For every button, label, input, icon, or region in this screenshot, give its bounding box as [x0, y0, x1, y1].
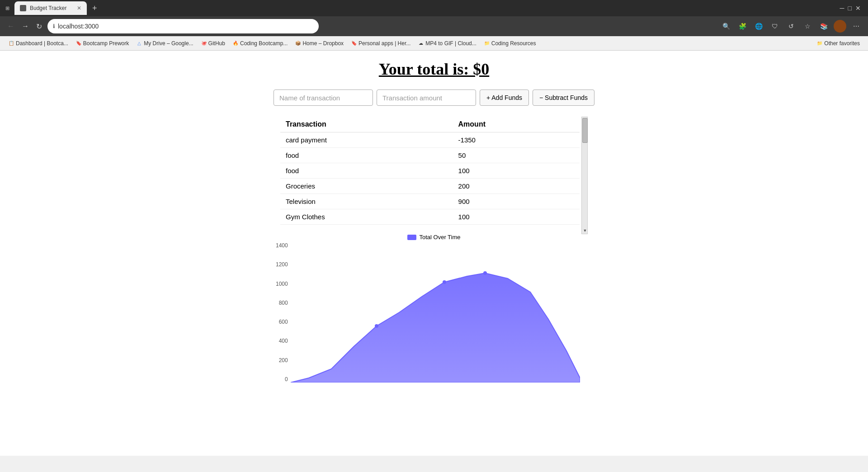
row-amount: -1350 — [453, 132, 580, 148]
back-button[interactable]: ← — [5, 20, 16, 32]
row-name: Television — [280, 194, 453, 209]
page-content: Your total is: $0 + Add Funds − Subtract… — [0, 51, 868, 456]
bookmark-other-icon: 📁 — [816, 40, 823, 47]
new-tab-button[interactable]: + — [89, 4, 101, 13]
row-name: Groceries — [280, 179, 453, 194]
bookmark-resources-icon: 📁 — [484, 40, 490, 47]
y-axis: 1400 1200 1000 800 600 400 200 0 — [276, 242, 291, 382]
browser-icon[interactable]: 🌐 — [752, 20, 765, 33]
star-icon[interactable]: ☆ — [801, 20, 814, 33]
search-icon[interactable]: 🔍 — [720, 20, 732, 33]
table-row: food100 — [280, 163, 580, 179]
row-name: card payment — [280, 132, 453, 148]
legend-label: Total Over Time — [419, 234, 460, 241]
row-amount: 900 — [453, 194, 580, 209]
bookmark-bootcamp-icon: 🔥 — [232, 40, 239, 47]
title-bar: ⊞ Budget Tracker ✕ + ─ □ ✕ — [0, 0, 868, 16]
shield-icon[interactable]: 🛡 — [769, 20, 781, 33]
chart-svg-container — [291, 242, 592, 384]
menu-icon[interactable]: ⋯ — [850, 20, 863, 33]
active-tab[interactable]: Budget Tracker ✕ — [14, 1, 87, 15]
tab-favicon — [20, 5, 26, 11]
scrollbar-track[interactable]: ▼ — [581, 117, 588, 234]
row-amount: 50 — [453, 148, 580, 163]
subtract-funds-button[interactable]: − Subtract Funds — [533, 90, 594, 106]
close-button[interactable]: ✕ — [855, 5, 861, 12]
data-point-peak — [483, 271, 487, 275]
data-point-2 — [443, 280, 446, 284]
bookmarks-bar: 📋 Dashboard | Bootca... 🔖 Bootcamp Prewo… — [0, 36, 868, 51]
chart-area: 1400 1200 1000 800 600 400 200 0 — [276, 242, 592, 384]
row-amount: 100 — [453, 163, 580, 179]
col-transaction: Transaction — [280, 117, 453, 132]
tab-switcher-icon[interactable]: ⊞ — [4, 5, 11, 12]
transactions-table: Transaction Amount card payment-1350food… — [280, 117, 580, 225]
table-row: Gym Clothes100 — [280, 209, 580, 225]
tab-close-icon[interactable]: ✕ — [77, 5, 81, 11]
address-text: localhost:3000 — [58, 23, 99, 30]
bookmark-prework[interactable]: 🔖 Bootcamp Prework — [73, 39, 132, 47]
chart-section: Total Over Time 1400 1200 1000 800 600 4… — [276, 234, 592, 384]
bookmark-github-icon: 🐙 — [201, 40, 207, 47]
bookmark-dropbox[interactable]: 📦 Home – Dropbox — [292, 39, 346, 47]
table-wrapper: Transaction Amount card payment-1350food… — [280, 117, 588, 225]
col-amount: Amount — [453, 117, 580, 132]
bookmark-personal[interactable]: 🔖 Personal apps | Her... — [348, 39, 413, 47]
bookmark-dropbox-icon: 📦 — [295, 40, 301, 47]
table-row: food50 — [280, 148, 580, 163]
bookmark-other-favorites[interactable]: 📁 Other favorites — [814, 39, 863, 47]
scrollbar-thumb[interactable] — [582, 118, 588, 143]
forward-button[interactable]: → — [20, 20, 31, 32]
minimize-button[interactable]: ─ — [840, 5, 844, 12]
row-name: food — [280, 148, 453, 163]
tab-title: Budget Tracker — [30, 5, 73, 11]
chart-legend: Total Over Time — [276, 234, 592, 241]
window-controls: ⊞ — [4, 5, 11, 12]
bookmark-prework-icon: 🔖 — [75, 40, 82, 47]
reload-button[interactable]: ↻ — [34, 20, 44, 33]
address-bar[interactable]: ℹ localhost:3000 — [47, 19, 319, 33]
bookmark-dashboard[interactable]: 📋 Dashboard | Bootca... — [5, 39, 71, 47]
bookmark-gdrive[interactable]: △ My Drive – Google... — [133, 39, 196, 47]
bookmark-mp4gif[interactable]: ☁ MP4 to GIF | Cloud... — [415, 39, 479, 47]
address-bar-row: ← → ↻ ℹ localhost:3000 🔍 🧩 🌐 🛡 ↺ ☆ 📚 ⋯ — [0, 16, 868, 36]
sync-icon[interactable]: ↺ — [785, 20, 797, 33]
profile-icon[interactable] — [834, 20, 846, 33]
extensions-icon[interactable]: 🧩 — [736, 20, 749, 33]
table-row: Television900 — [280, 194, 580, 209]
bookmark-github[interactable]: 🐙 GitHub — [198, 39, 228, 47]
legend-color-swatch — [407, 235, 416, 240]
table-row: Groceries200 — [280, 179, 580, 194]
bookmark-dashboard-icon: 📋 — [8, 40, 14, 47]
name-input[interactable] — [274, 90, 373, 106]
row-name: Gym Clothes — [280, 209, 453, 225]
address-lock-icon: ℹ — [53, 23, 55, 29]
row-amount: 200 — [453, 179, 580, 194]
row-name: food — [280, 163, 453, 179]
scrollbar-down-arrow[interactable]: ▼ — [582, 227, 588, 234]
toolbar-icons: 🔍 🧩 🌐 🛡 ↺ ☆ 📚 ⋯ — [720, 20, 863, 33]
bookmark-personal-icon: 🔖 — [351, 40, 357, 47]
amount-input[interactable] — [377, 90, 476, 106]
row-amount: 100 — [453, 209, 580, 225]
bookmark-coding-resources[interactable]: 📁 Coding Resources — [481, 39, 539, 47]
total-heading: Your total is: $0 — [379, 60, 489, 79]
chart-svg — [291, 242, 580, 382]
table-row: card payment-1350 — [280, 132, 580, 148]
collections-icon[interactable]: 📚 — [817, 20, 830, 33]
browser-chrome: ⊞ Budget Tracker ✕ + ─ □ ✕ ← → ↻ ℹ local… — [0, 0, 868, 51]
maximize-button[interactable]: □ — [848, 5, 852, 12]
bookmark-gdrive-icon: △ — [136, 40, 142, 47]
input-row: + Add Funds − Subtract Funds — [274, 90, 594, 106]
bookmark-coding-bootcamp[interactable]: 🔥 Coding Bootcamp... — [230, 39, 290, 47]
bookmark-mp4gif-icon: ☁ — [418, 40, 424, 47]
data-point-1 — [375, 324, 378, 328]
chart-area-path — [291, 273, 580, 382]
add-funds-button[interactable]: + Add Funds — [480, 90, 529, 106]
table-scroll[interactable]: Transaction Amount card payment-1350food… — [280, 117, 588, 225]
